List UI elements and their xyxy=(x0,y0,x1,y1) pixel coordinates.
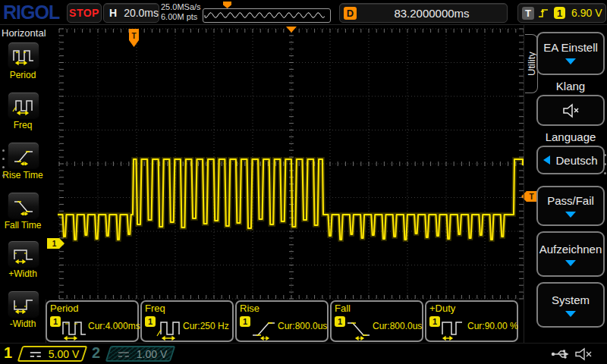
menu-page-dot xyxy=(604,172,606,174)
chevron-down-icon xyxy=(565,58,576,64)
trigger-delay-indicator: D 83.2000000ms xyxy=(339,3,508,23)
fall-time-icon xyxy=(344,313,373,340)
channel-badge: 1 xyxy=(240,316,250,327)
trigger-level-value: 6.90 V xyxy=(571,7,602,19)
measure-menu-sidebar: Horizontal Period Freq Rise Tim xyxy=(0,25,46,343)
h-scale-value: 20.0ms xyxy=(124,7,159,19)
period-icon xyxy=(11,46,36,65)
channel-status-bar: 1 5.00 V 2 1.00 V xyxy=(0,343,607,364)
memory-position-bar[interactable] xyxy=(203,8,331,23)
dc-coupling-icon xyxy=(30,351,41,356)
trigger-info-indicator: T 1 6.90 V xyxy=(517,3,606,23)
rise-time-icon xyxy=(250,313,278,340)
measurement-panel-rise[interactable]: Rise 1 Cur:800.0us Avg:7.553ms Max:19.00… xyxy=(235,300,329,342)
menu-page-dot xyxy=(2,158,5,160)
chevron-down-icon xyxy=(565,260,576,266)
measure-item-freq[interactable]: Freq xyxy=(0,92,46,139)
menu-item-system[interactable]: System xyxy=(536,282,605,328)
chevron-left-icon xyxy=(543,155,550,165)
channel2-scale: 1.00 V xyxy=(137,348,167,360)
measure-menu-title: Horizontal xyxy=(2,27,46,39)
channel1-tab[interactable]: 5.00 V xyxy=(17,346,88,362)
delay-value: 83.2000000ms xyxy=(357,7,507,20)
oscilloscope-screen: RIGOL STOP H 20.0ms 25.0MSa/s 6.00M pts … xyxy=(0,0,607,364)
rising-edge-icon xyxy=(537,6,550,20)
speaker-muted-icon xyxy=(574,347,593,361)
menu-item-language-button[interactable]: Deutsch xyxy=(536,146,605,174)
memory-trigger-pointer-icon[interactable] xyxy=(223,2,231,8)
h-label: H xyxy=(109,7,117,19)
channel-badge: 1 xyxy=(429,316,440,327)
rigol-logo: RIGOL xyxy=(3,2,59,24)
menu-page-dot xyxy=(2,149,5,152)
top-status-bar: RIGOL STOP H 20.0ms 25.0MSa/s 6.00M pts … xyxy=(0,0,607,25)
channel2-tab[interactable]: 1.00 V xyxy=(105,346,176,362)
menu-page-dot xyxy=(2,174,5,177)
delay-badge: D xyxy=(344,7,357,20)
measure-item-nwidth[interactable]: -Width xyxy=(0,290,46,337)
menu-item-language-label: Language xyxy=(536,130,605,143)
chevron-down-icon xyxy=(565,212,576,218)
rise-time-icon xyxy=(11,146,36,165)
waveform-plot xyxy=(46,25,524,300)
trigger-badge: T xyxy=(522,7,534,20)
channel1-scale: 5.00 V xyxy=(49,348,79,360)
channel1-digit[interactable]: 1 xyxy=(4,344,12,362)
menu-item-record[interactable]: Aufzeichnen xyxy=(536,231,605,277)
acquisition-info: 25.0MSa/s 6.00M pts xyxy=(161,2,201,22)
measurement-panel-duty[interactable]: +Duty 1 Cur:90.00 % Avg:57.94 % Max:90.0… xyxy=(425,300,518,342)
measurement-panel-fall[interactable]: Fall 1 Cur:800.0us Avg:800.0us Max:800.0… xyxy=(330,300,423,342)
sample-rate: 25.0MSa/s xyxy=(161,2,201,12)
fall-time-icon xyxy=(11,196,36,215)
plus-duty-icon xyxy=(439,313,468,340)
measure-item-rise-time[interactable]: Rise Time xyxy=(0,142,46,189)
measure-item-fall-time[interactable]: Fall Time xyxy=(0,192,46,239)
channel2-digit[interactable]: 2 xyxy=(92,344,100,362)
dc-coupling-icon xyxy=(118,351,129,356)
measure-item-pwidth[interactable]: +Width xyxy=(0,240,46,287)
measure-item-period[interactable]: Period xyxy=(0,42,46,89)
menu-page-dot xyxy=(2,166,5,168)
graticule-display xyxy=(46,25,524,300)
menu-page-dot xyxy=(604,163,606,165)
menu-page-dot xyxy=(604,154,606,156)
menu-item-pass-fail[interactable]: Pass/Fail xyxy=(536,186,605,226)
menu-item-sound-button[interactable] xyxy=(536,95,605,126)
run-state-label: STOP xyxy=(69,7,99,19)
freq-icon xyxy=(11,96,36,115)
measurement-panel-freq[interactable]: Freq 1 Cur:250 Hz Avg:161 Hz Max:250 Hz … xyxy=(140,300,234,342)
speaker-muted-icon xyxy=(561,102,580,119)
utility-menu-sidebar: Utility EA Einstell Klang Language Deuts… xyxy=(524,25,607,343)
horizontal-scale-indicator: H 20.0ms xyxy=(103,3,159,23)
channel-badge: 1 xyxy=(145,316,156,327)
usb-icon xyxy=(551,348,571,360)
trigger-source-badge: 1 xyxy=(554,7,565,19)
chevron-down-icon xyxy=(565,311,576,317)
memory-depth: 6.00M pts xyxy=(161,12,201,22)
channel-badge: 1 xyxy=(335,316,345,327)
minus-width-icon xyxy=(11,294,36,314)
measurement-panel-period[interactable]: Period 1 Cur:4.000ms Avg:69.60ms Max:200… xyxy=(46,300,139,342)
freq-icon xyxy=(155,313,184,340)
plus-width-icon xyxy=(11,244,36,264)
channel-badge: 1 xyxy=(50,316,61,327)
memory-waveform-preview xyxy=(203,9,329,20)
menu-item-io-setting[interactable]: EA Einstell xyxy=(536,32,605,75)
period-icon xyxy=(60,313,89,340)
run-state-indicator: STOP xyxy=(67,3,102,23)
menu-item-sound-label: Klang xyxy=(536,80,605,93)
language-value: Deutsch xyxy=(555,154,597,167)
